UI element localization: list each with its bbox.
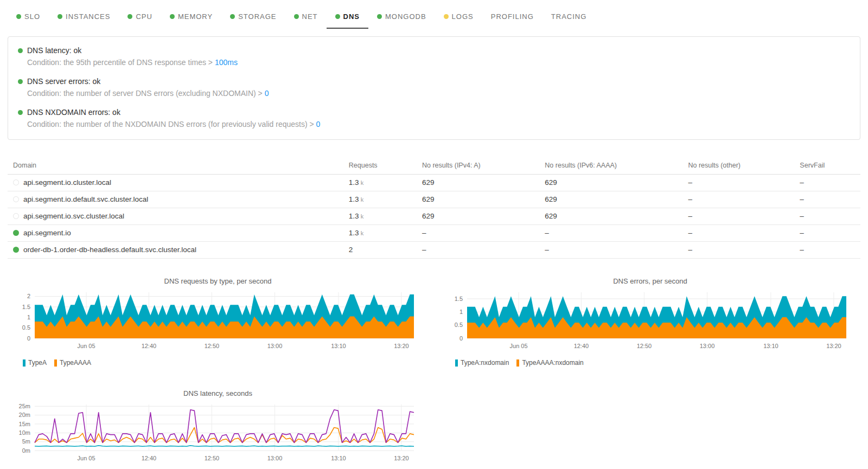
ipv4-cell: – bbox=[422, 225, 545, 242]
status-check-title-row: DNS NXDOMAIN errors: ok bbox=[18, 108, 850, 117]
status-ok-dot bbox=[58, 14, 62, 19]
svg-text:12:40: 12:40 bbox=[574, 343, 589, 349]
ipv4-cell: 629 bbox=[422, 191, 545, 208]
chart-legend: TypeA:nxdomainTypeAAAA:nxdomain bbox=[455, 359, 860, 367]
status-check: DNS NXDOMAIN errors: okCondition: the nu… bbox=[18, 108, 850, 129]
status-ok-dot bbox=[127, 14, 132, 19]
status-check-title: DNS NXDOMAIN errors: ok bbox=[27, 108, 120, 117]
servfail-cell: – bbox=[800, 242, 860, 259]
status-warning-dot bbox=[444, 14, 449, 19]
status-check-condition: Condition: the number of server DNS erro… bbox=[27, 89, 850, 98]
status-unknown-dot bbox=[13, 196, 19, 202]
status-ok-dot bbox=[377, 14, 382, 19]
legend-item-typea-nxdomain[interactable]: TypeA:nxdomain bbox=[455, 359, 509, 367]
chart-plot: 00.511.52Jun 0512:4012:5013:0013:1013:20 bbox=[8, 290, 428, 351]
svg-text:20m: 20m bbox=[19, 412, 30, 418]
tab-slo[interactable]: SLO bbox=[8, 7, 49, 29]
servfail-cell: – bbox=[800, 191, 860, 208]
other-cell: – bbox=[688, 225, 800, 242]
ipv4-cell: 629 bbox=[422, 208, 545, 225]
condition-threshold-value[interactable]: 100ms bbox=[215, 58, 238, 67]
status-unknown-dot bbox=[13, 179, 19, 185]
chart-legend: TypeATypeAAAA bbox=[23, 359, 428, 367]
requests-unit: k bbox=[359, 196, 364, 203]
tab-logs[interactable]: LOGS bbox=[435, 7, 482, 29]
tab-instances[interactable]: INSTANCES bbox=[49, 7, 119, 29]
tab-label: TRACING bbox=[551, 12, 587, 21]
column-header: No results (other) bbox=[688, 157, 800, 175]
svg-text:12:40: 12:40 bbox=[142, 343, 157, 349]
status-check-title: DNS latency: ok bbox=[27, 46, 81, 55]
domain-cell: api.segment.io bbox=[8, 225, 349, 242]
requests-cell: 2 bbox=[349, 242, 422, 259]
svg-text:Jun 05: Jun 05 bbox=[510, 343, 528, 349]
other-cell: – bbox=[688, 191, 800, 208]
tab-label: STORAGE bbox=[238, 12, 276, 21]
domains-table-body: api.segment.io.cluster.local1.3 k629629–… bbox=[8, 175, 860, 259]
tab-net[interactable]: NET bbox=[285, 7, 327, 29]
status-check-title: DNS server errors: ok bbox=[27, 77, 100, 86]
chart-dns-latency: DNS latency, seconds 0m5m10m15m20m25mJun… bbox=[8, 389, 428, 469]
table-row[interactable]: order-db-1.order-db-headless.default.svc… bbox=[8, 242, 860, 259]
tab-tracing[interactable]: TRACING bbox=[542, 7, 596, 29]
svg-text:13:20: 13:20 bbox=[394, 343, 409, 349]
svg-text:Jun 05: Jun 05 bbox=[78, 343, 95, 349]
legend-label: TypeAAAA:nxdomain bbox=[522, 359, 583, 367]
table-row[interactable]: api.segment.io.default.svc.cluster.local… bbox=[8, 191, 860, 208]
svg-text:13:20: 13:20 bbox=[826, 343, 841, 349]
tab-dns[interactable]: DNS bbox=[327, 7, 368, 29]
svg-text:12:50: 12:50 bbox=[205, 343, 220, 349]
tab-profiling[interactable]: PROFILING bbox=[482, 7, 542, 29]
legend-label: TypeA:nxdomain bbox=[461, 359, 509, 367]
svg-text:1.5: 1.5 bbox=[455, 295, 463, 302]
svg-text:12:50: 12:50 bbox=[205, 455, 220, 461]
legend-item-typeaaaa-nxdomain[interactable]: TypeAAAA:nxdomain bbox=[516, 359, 583, 367]
table-row[interactable]: api.segment.io.svc.cluster.local1.3 k629… bbox=[8, 208, 860, 225]
tab-label: LOGS bbox=[452, 12, 474, 21]
status-ok-dot bbox=[18, 48, 23, 53]
requests-cell: 1.3 k bbox=[349, 225, 422, 242]
tab-label: DNS bbox=[343, 12, 360, 21]
status-ok-dot bbox=[18, 79, 23, 84]
svg-text:Jun 05: Jun 05 bbox=[78, 455, 95, 461]
svg-text:0m: 0m bbox=[22, 447, 30, 454]
ipv6-cell: – bbox=[545, 242, 688, 259]
svg-text:0.5: 0.5 bbox=[22, 324, 30, 331]
tab-memory[interactable]: MEMORY bbox=[161, 7, 221, 29]
tab-label: SLO bbox=[24, 12, 40, 21]
tab-label: MEMORY bbox=[178, 12, 213, 21]
tab-storage[interactable]: STORAGE bbox=[221, 7, 285, 29]
svg-text:0.5: 0.5 bbox=[455, 322, 463, 328]
tab-label: NET bbox=[302, 12, 318, 21]
status-ok-dot bbox=[13, 230, 19, 236]
domain-name: api.segment.io bbox=[23, 229, 71, 237]
legend-item-typeaaaa[interactable]: TypeAAAA bbox=[54, 359, 91, 367]
ipv6-cell: 629 bbox=[545, 208, 688, 225]
legend-label: TypeAAAA bbox=[60, 359, 91, 367]
svg-text:15m: 15m bbox=[19, 421, 30, 427]
column-header: Requests bbox=[349, 157, 422, 175]
legend-swatch bbox=[54, 359, 57, 367]
requests-cell: 1.3 k bbox=[349, 208, 422, 225]
requests-cell: 1.3 k bbox=[349, 191, 422, 208]
tab-mongodb[interactable]: MONGODB bbox=[368, 7, 435, 29]
legend-swatch bbox=[455, 359, 458, 367]
ipv6-cell: – bbox=[545, 225, 688, 242]
other-cell: – bbox=[688, 175, 800, 191]
status-check: DNS server errors: okCondition: the numb… bbox=[18, 77, 850, 98]
charts-grid: DNS requests by type, per second 00.511.… bbox=[8, 277, 860, 469]
status-check: DNS latency: okCondition: the 95th perce… bbox=[18, 46, 850, 67]
svg-text:0: 0 bbox=[459, 335, 463, 342]
svg-text:1: 1 bbox=[459, 309, 463, 315]
table-row[interactable]: api.segment.io1.3 k–––– bbox=[8, 225, 860, 242]
tab-cpu[interactable]: CPU bbox=[119, 7, 161, 29]
chart-dns-requests: DNS requests by type, per second 00.511.… bbox=[8, 277, 428, 367]
table-row[interactable]: api.segment.io.cluster.local1.3 k629629–… bbox=[8, 175, 860, 191]
svg-text:13:10: 13:10 bbox=[331, 343, 346, 349]
ipv4-cell: 629 bbox=[422, 175, 545, 191]
condition-threshold-value[interactable]: 0 bbox=[265, 89, 269, 98]
condition-threshold-value[interactable]: 0 bbox=[316, 120, 321, 129]
column-header: No results (IPv4: A) bbox=[422, 157, 545, 175]
legend-item-typea[interactable]: TypeA bbox=[23, 359, 47, 367]
requests-unit: k bbox=[359, 213, 364, 220]
